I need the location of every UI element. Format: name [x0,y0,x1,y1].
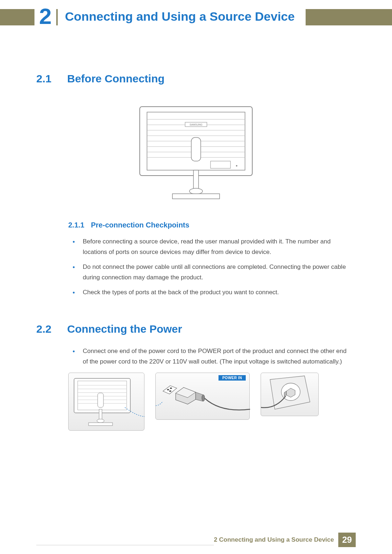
section-heading-2-2: 2.2 Connecting the Power [36,323,356,335]
subsection-number: 2.1.1 [68,221,84,229]
figure-wall-outlet [261,373,319,416]
monitor-rear-illustration: SAMSUNG [138,105,254,206]
svg-rect-26 [99,409,102,420]
page-content: 2.1 Before Connecting SAMSUNG [0,73,392,431]
figure-power-connection: POWER IN [68,373,356,431]
svg-rect-25 [98,393,103,407]
monitor-brand-label: SAMSUNG [189,123,202,126]
section-number: 2.1 [36,73,56,85]
svg-point-16 [236,165,237,167]
svg-rect-28 [89,423,113,426]
footer-page-number: 29 [338,533,356,547]
figure-monitor-rear: SAMSUNG [36,105,356,206]
bullet-list-2-1-1: Before connecting a source device, read … [68,237,348,297]
svg-rect-11 [191,138,201,161]
figure-monitor-small [68,373,144,431]
list-item: Connect one end of the power cord to the… [68,346,348,367]
chapter-number-badge: 2 [34,3,56,29]
svg-point-14 [189,188,203,194]
svg-point-32 [202,395,205,401]
svg-point-29 [167,389,169,390]
svg-point-30 [170,387,172,389]
section-title: Connecting the Power [67,323,182,335]
section-title: Before Connecting [67,73,164,85]
subsection-title: Pre-connection Checkpoints [91,221,189,229]
footer-rule [36,532,214,545]
svg-rect-15 [172,194,220,199]
figure-power-cable-connector: POWER IN [155,373,250,420]
section-number: 2.2 [36,323,56,335]
page-footer: 2 Connecting and Using a Source Device 2… [36,532,356,547]
section-heading-2-1: 2.1 Before Connecting [36,73,356,85]
list-item: Do not connect the power cable until all… [68,262,348,283]
bullet-list-2-2: Connect one end of the power cord to the… [68,346,348,367]
list-item: Check the types of ports at the back of … [68,287,348,298]
chapter-title: Connecting and Using a Source Device [58,7,306,26]
chapter-number: 2 [39,5,52,28]
svg-point-27 [97,419,104,423]
footer-chapter-label: 2 Connecting and Using a Source Device [214,536,334,543]
chapter-header: 2 Connecting and Using a Source Device [0,0,392,33]
list-item: Before connecting a source device, read … [68,237,348,258]
subsection-heading-2-1-1: 2.1.1 Pre-connection Checkpoints [68,221,356,229]
power-in-label: POWER IN [219,375,246,381]
svg-point-31 [169,390,171,392]
svg-rect-13 [193,170,199,190]
svg-rect-12 [211,161,230,168]
